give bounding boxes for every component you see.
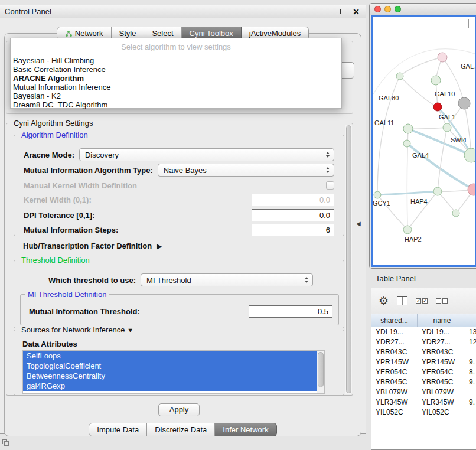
algorithm-option-mutual-information-inference[interactable]: Mutual Information Inference — [11, 83, 341, 92]
network-node — [433, 103, 442, 111]
which-threshold-label: Which threshold to use: — [48, 276, 136, 285]
dpi-tolerance-field[interactable] — [252, 209, 334, 221]
algorithm-select-popup: Select algorithm to view settings Bayesi… — [10, 38, 342, 109]
unchecked-box-icon — [442, 298, 448, 304]
table-header: shared... name — [371, 314, 476, 327]
table-cell: YER054C — [418, 367, 467, 377]
mi-threshold-label: Mutual Information Threshold: — [29, 307, 140, 316]
table-row[interactable]: YDL19...YDL19...13 — [371, 327, 476, 337]
network-node-label: HAP2 — [405, 236, 422, 243]
network-node — [431, 76, 441, 85]
tab-discretize-data[interactable]: Discretize Data — [147, 423, 215, 436]
table-cell: YBR045C — [418, 377, 467, 387]
tab-infer-network[interactable]: Infer Network — [215, 423, 276, 436]
network-node — [468, 184, 475, 195]
mi-threshold-title: MI Threshold Definition — [25, 290, 109, 299]
sources-title-text: Sources for Network Inference — [21, 325, 125, 334]
algorithm-popup-placeholder: Select algorithm to view settings — [11, 41, 341, 54]
table-row[interactable]: YBR045CYBR045C9. — [371, 377, 476, 387]
network-node-label: GAL80 — [379, 94, 399, 102]
mi-algorithm-type-select[interactable]: Naive Bayes — [158, 164, 334, 177]
zoom-traffic-light[interactable] — [395, 6, 401, 12]
table-cell — [467, 347, 476, 357]
table-row[interactable]: YIL052CYIL052C — [371, 407, 476, 418]
table-row[interactable]: YBR043CYBR043C — [371, 347, 476, 357]
tab-impute-data[interactable]: Impute Data — [89, 423, 147, 436]
table-cell — [467, 387, 476, 397]
manual-kernel-width-checkbox[interactable] — [326, 181, 334, 190]
column-header-name[interactable]: name — [418, 314, 467, 327]
aracne-mode-value: Discovery — [85, 151, 326, 159]
sources-title[interactable]: Sources for Network Inference ▼ — [19, 325, 136, 334]
table-cell: YDR27... — [371, 337, 418, 347]
algorithm-option-basic-correlation-inference[interactable]: Basic Correlation Inference — [11, 65, 341, 74]
close-icon[interactable]: ✕ — [353, 7, 360, 17]
manual-kernel-width-label: Manual Kernel Width Definition — [24, 181, 137, 190]
network-node-label: SWI4 — [451, 136, 467, 144]
settings-scrollbar[interactable] — [345, 125, 352, 394]
network-edge — [408, 128, 447, 129]
network-svg: GAL7GAL80GAL10GAL11GAL1SWI4GAL4GCY1HAP4H… — [373, 17, 475, 267]
control-panel-title: Control Panel — [5, 7, 340, 16]
table-cell: 13 — [467, 327, 476, 337]
column-header-shared-name[interactable]: shared... — [371, 314, 418, 327]
deselect-all-columns-icon[interactable] — [436, 298, 448, 304]
attributes-scrollbar[interactable] — [317, 351, 324, 393]
algorithm-popup-list: Bayesian - Hill ClimbingBasic Correlatio… — [11, 56, 341, 109]
minimize-traffic-light[interactable] — [384, 6, 391, 12]
which-threshold-select[interactable]: MI Threshold — [141, 273, 313, 286]
close-traffic-light[interactable] — [374, 6, 381, 12]
network-canvas[interactable]: GAL7GAL80GAL10GAL11GAL1SWI4GAL4GCY1HAP4H… — [371, 15, 476, 267]
mi-steps-field[interactable] — [252, 224, 334, 236]
float-window-icon[interactable] — [340, 9, 345, 14]
table-cell: YPR145W — [418, 357, 467, 367]
cyni-settings-group: Cyni Algorithm Settings Algorithm Defini… — [6, 123, 353, 396]
attribute-item-topologicalcoefficient[interactable]: TopologicalCoefficient — [23, 361, 317, 371]
table-panel-title: Table Panel — [376, 274, 416, 283]
table-cell: YBR043C — [418, 347, 467, 357]
mi-threshold-group: MI Threshold Definition Mutual Informati… — [20, 294, 339, 325]
network-node-label: GAL1 — [439, 113, 455, 120]
table-row[interactable]: YBL079WYBL079W — [371, 387, 476, 397]
algorithm-option-aracne-algorithm[interactable]: ARACNE Algorithm — [11, 74, 341, 83]
collapse-down-icon: ▼ — [127, 327, 133, 334]
table-cell: 9. — [467, 357, 476, 367]
table-row[interactable]: YER054CYER054C8. — [371, 367, 476, 377]
algorithm-definition-group: Algorithm Definition Aracne Mode: Discov… — [14, 135, 344, 236]
table-row[interactable]: YPR145WYPR145W9. — [371, 357, 476, 367]
table-row[interactable]: YLR345WYLR345W9. — [371, 397, 476, 407]
network-edge — [400, 57, 442, 76]
column-header-extra[interactable] — [467, 314, 476, 327]
collapse-panel-icon[interactable]: ◀ — [356, 220, 361, 227]
show-columns-icon[interactable] — [397, 296, 407, 305]
table-cell: 9. — [467, 397, 476, 407]
gear-icon[interactable]: ⚙ — [379, 295, 389, 306]
hub-definition-expander[interactable]: Hub/Transcription Factor Definition ▶ — [23, 242, 162, 250]
algorithm-option-dream8-dc-tdc-algorithm[interactable]: Dream8 DC_TDC Algorithm — [11, 100, 341, 109]
network-node-label: GAL7 — [461, 63, 475, 70]
algorithm-option-bayesian-hill-climbing[interactable]: Bayesian - Hill Climbing — [11, 56, 341, 65]
table-body: YDL19...YDL19...13YDR27...YDR27...12YBR0… — [371, 327, 476, 418]
table-row[interactable]: YDR27...YDR27...12 — [371, 337, 476, 347]
attribute-item-gal4rgexp[interactable]: gal4RGexp — [23, 381, 317, 391]
mi-threshold-field[interactable] — [249, 305, 332, 318]
network-node — [433, 187, 442, 195]
bottom-tab-bar: Impute DataDiscretize DataInfer Network — [0, 423, 366, 436]
network-node — [443, 123, 451, 132]
table-cell: YDR27... — [418, 337, 467, 347]
apply-button[interactable]: Apply — [158, 403, 200, 416]
control-panel-window: Control Panel ✕ NetworkStyleSelectCyni T… — [0, 5, 366, 434]
dpi-tolerance-label: DPI Tolerance [0,1]: — [24, 211, 94, 220]
restore-panel-icon[interactable] — [2, 439, 9, 446]
overview-toggle[interactable] — [468, 19, 476, 28]
kernel-width-field[interactable] — [252, 194, 334, 206]
select-all-columns-icon[interactable]: ✓ ✓ — [416, 298, 428, 304]
settings-group-title: Cyni Algorithm Settings — [11, 119, 95, 128]
aracne-mode-select[interactable]: Discovery — [79, 148, 334, 161]
algorithm-option-bayesian-k2[interactable]: Bayesian - K2 — [11, 92, 341, 100]
attribute-item-selfloops[interactable]: SelfLoops — [23, 351, 317, 361]
checked-box-icon: ✓ — [422, 298, 428, 304]
mi-steps-label: Mutual Information Steps: — [24, 226, 118, 234]
threshold-definition-group: Threshold Definition Which threshold to … — [14, 260, 344, 328]
attribute-item-betweennesscentrality[interactable]: BetweennessCentrality — [23, 371, 317, 381]
